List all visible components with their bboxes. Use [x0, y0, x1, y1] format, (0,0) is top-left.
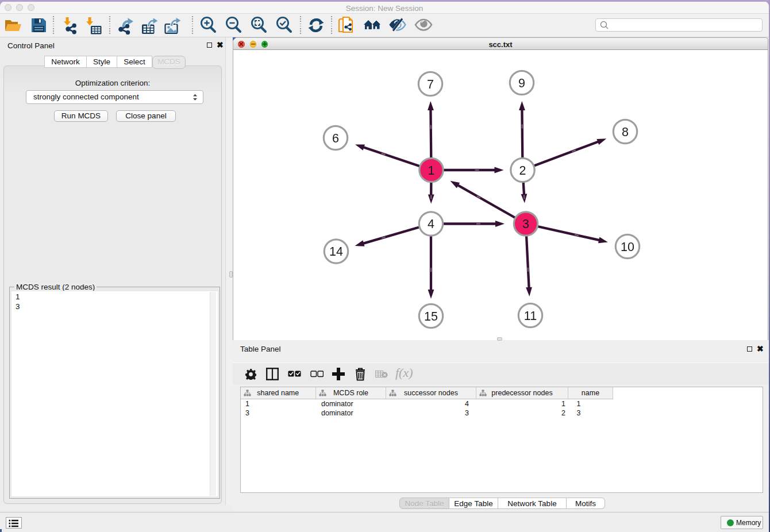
svg-text:15: 15 — [424, 310, 438, 323]
svg-text:1: 1 — [428, 164, 435, 178]
svg-text:2: 2 — [519, 164, 526, 178]
svg-text:11: 11 — [524, 309, 537, 323]
svg-text:7: 7 — [427, 78, 434, 91]
svg-text:9: 9 — [518, 76, 525, 90]
svg-text:3: 3 — [522, 217, 529, 231]
svg-text:14: 14 — [329, 245, 343, 259]
svg-text:6: 6 — [332, 132, 339, 145]
svg-text:10: 10 — [621, 240, 634, 254]
svg-text:8: 8 — [622, 125, 629, 139]
svg-text:4: 4 — [428, 217, 434, 231]
